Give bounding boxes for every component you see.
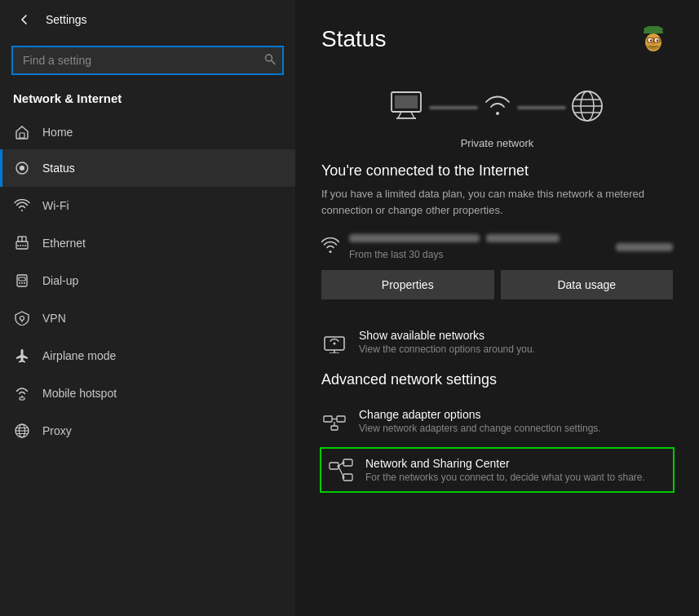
show-networks-title: Show available networks xyxy=(359,329,535,342)
svg-rect-55 xyxy=(331,426,338,430)
svg-point-38 xyxy=(652,42,655,45)
svg-line-41 xyxy=(398,112,401,118)
globe-icon xyxy=(569,88,605,127)
sharing-center-text: Network and Sharing Center For the netwo… xyxy=(365,457,645,483)
button-row: Properties Data usage xyxy=(321,270,673,299)
svg-rect-40 xyxy=(395,95,418,109)
sidebar-item-vpn-label: VPN xyxy=(42,312,66,325)
svg-line-1 xyxy=(272,60,276,64)
properties-button[interactable]: Properties xyxy=(321,270,494,299)
sharing-center-title: Network and Sharing Center xyxy=(365,457,645,470)
data-usage-row: From the last 30 days xyxy=(321,234,673,260)
change-adapter-desc: View network adapters and change connect… xyxy=(359,423,601,434)
sidebar-item-airplane-label: Airplane mode xyxy=(42,349,116,362)
page-title-row: Status xyxy=(321,20,673,59)
page-title: Status xyxy=(321,26,386,52)
sharing-center-row[interactable]: Network and Sharing Center For the netwo… xyxy=(320,447,675,493)
change-adapter-row[interactable]: Change adapter options View network adap… xyxy=(321,398,673,444)
advanced-title: Advanced network settings xyxy=(321,371,673,388)
data-period-label: From the last 30 days xyxy=(349,249,606,260)
sidebar-item-dialup[interactable]: Dial-up xyxy=(0,262,295,299)
data-usage-button[interactable]: Data usage xyxy=(501,270,674,299)
app-title: Settings xyxy=(46,13,87,26)
sidebar-item-wifi[interactable]: Wi-Fi xyxy=(0,187,295,224)
connected-title: You're connected to the Internet xyxy=(321,162,673,179)
airplane-icon xyxy=(13,347,31,365)
sidebar-item-wifi-label: Wi-Fi xyxy=(42,199,69,212)
svg-point-62 xyxy=(343,476,345,479)
ethernet-icon xyxy=(13,234,31,252)
private-network-label: Private network xyxy=(321,137,673,149)
svg-point-33 xyxy=(650,39,652,41)
data-sent-blurred xyxy=(349,234,480,242)
sidebar-item-ethernet-label: Ethernet xyxy=(42,237,86,250)
svg-point-20 xyxy=(20,317,24,321)
svg-rect-58 xyxy=(343,474,352,481)
sidebar-item-home-label: Home xyxy=(42,126,73,139)
svg-point-34 xyxy=(657,39,658,41)
svg-rect-57 xyxy=(343,459,352,466)
hotspot-icon xyxy=(13,384,31,402)
change-adapter-icon xyxy=(321,408,347,434)
mascot xyxy=(634,20,673,59)
sidebar-item-ethernet[interactable]: Ethernet xyxy=(0,224,295,262)
sidebar-item-hotspot[interactable]: Mobile hotspot xyxy=(0,374,295,412)
search-icon xyxy=(264,54,276,68)
sidebar-item-home[interactable]: Home xyxy=(0,115,295,149)
computer-icon xyxy=(390,91,426,125)
dialup-icon xyxy=(13,272,31,290)
back-button[interactable] xyxy=(13,8,36,31)
sharing-center-icon xyxy=(328,457,354,483)
show-networks-icon xyxy=(321,329,347,355)
proxy-icon xyxy=(13,422,31,440)
svg-point-18 xyxy=(21,282,23,284)
svg-point-4 xyxy=(20,166,24,171)
change-adapter-title: Change adapter options xyxy=(359,408,601,421)
connected-desc: If you have a limited data plan, you can… xyxy=(321,186,673,218)
sidebar-item-hotspot-label: Mobile hotspot xyxy=(42,387,117,400)
sidebar-item-status-label: Status xyxy=(42,162,75,175)
svg-rect-16 xyxy=(19,277,25,281)
wifi-middle-icon xyxy=(481,91,514,125)
show-networks-row[interactable]: Show available networks View the connect… xyxy=(321,319,673,365)
data-right-blurred xyxy=(616,243,673,251)
svg-rect-51 xyxy=(324,416,332,422)
change-adapter-text: Change adapter options View network adap… xyxy=(359,408,601,434)
section-title: Network & Internet xyxy=(0,88,295,115)
vpn-icon xyxy=(13,309,31,327)
titlebar: Settings xyxy=(0,0,295,39)
data-info: From the last 30 days xyxy=(349,234,606,260)
svg-point-61 xyxy=(343,462,345,464)
svg-line-60 xyxy=(338,467,343,476)
svg-rect-56 xyxy=(330,463,338,469)
main-content: Status xyxy=(295,0,699,616)
svg-line-42 xyxy=(411,112,414,118)
sidebar-item-dialup-label: Dial-up xyxy=(42,274,78,287)
sidebar-item-proxy[interactable]: Proxy xyxy=(0,412,295,450)
sidebar-item-proxy-label: Proxy xyxy=(42,424,72,437)
network-diagram xyxy=(321,75,673,131)
search-box xyxy=(11,46,284,75)
svg-rect-22 xyxy=(20,397,24,400)
search-input[interactable] xyxy=(11,46,284,75)
svg-point-17 xyxy=(19,282,20,284)
sidebar-item-vpn[interactable]: VPN xyxy=(0,299,295,337)
show-networks-desc: View the connection options around you. xyxy=(359,343,535,355)
svg-point-19 xyxy=(24,282,25,284)
svg-point-63 xyxy=(338,465,340,468)
status-icon xyxy=(13,159,31,177)
sidebar-item-airplane[interactable]: Airplane mode xyxy=(0,337,295,374)
sharing-center-desc: For the networks you connect to, decide … xyxy=(365,472,645,483)
data-received-blurred xyxy=(486,234,560,242)
svg-rect-52 xyxy=(337,416,345,422)
sidebar-item-status[interactable]: Status xyxy=(0,149,295,187)
data-wifi-icon xyxy=(321,237,339,258)
svg-rect-29 xyxy=(644,31,663,33)
svg-point-50 xyxy=(334,343,336,345)
show-networks-text: Show available networks View the connect… xyxy=(359,329,535,355)
home-icon xyxy=(13,123,31,141)
wifi-icon xyxy=(13,197,31,215)
svg-rect-2 xyxy=(20,133,24,138)
sidebar: Settings Network & Internet Home xyxy=(0,0,295,616)
